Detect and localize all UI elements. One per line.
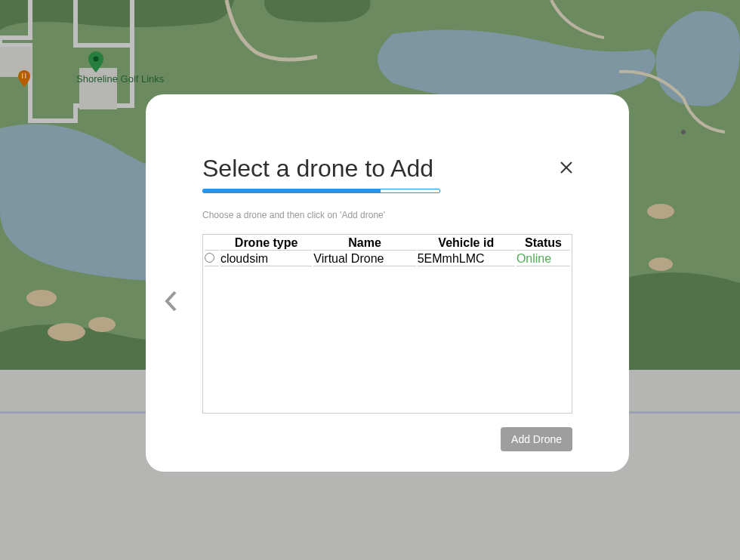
table-header-row: Drone type Name Vehicle id Status xyxy=(205,236,570,251)
table-row[interactable]: cloudsim Virtual Drone 5EMmhLMC Online xyxy=(205,252,570,266)
col-drone-type: Drone type xyxy=(220,236,312,251)
add-drone-modal: Select a drone to Add Choose a drone and… xyxy=(146,94,629,472)
drone-radio[interactable] xyxy=(205,253,214,263)
col-status: Status xyxy=(516,236,570,251)
close-button[interactable] xyxy=(560,158,572,178)
progress-bar xyxy=(202,189,440,193)
cell-status: Online xyxy=(516,252,570,266)
back-button[interactable] xyxy=(165,291,178,314)
drone-table: Drone type Name Vehicle id Status clouds… xyxy=(202,234,572,414)
close-icon xyxy=(560,162,572,174)
cell-vehicle-id: 5EMmhLMC xyxy=(418,252,515,266)
col-vehicle-id: Vehicle id xyxy=(418,236,515,251)
progress-fill xyxy=(203,189,381,192)
modal-subtitle: Choose a drone and then click on 'Add dr… xyxy=(202,210,572,220)
chevron-left-icon xyxy=(165,291,178,312)
cell-name: Virtual Drone xyxy=(313,252,415,266)
cell-drone-type: cloudsim xyxy=(220,252,312,266)
modal-title: Select a drone to Add xyxy=(202,155,572,183)
col-name: Name xyxy=(313,236,415,251)
add-drone-button[interactable]: Add Drone xyxy=(501,427,572,451)
